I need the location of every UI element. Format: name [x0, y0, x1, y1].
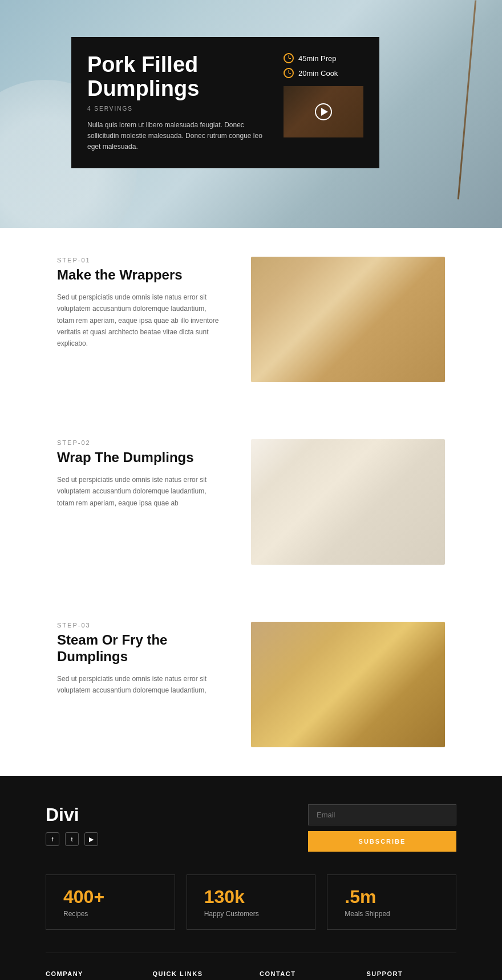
footer-logo: Divi	[46, 804, 98, 825]
twitter-icon[interactable]: t	[65, 832, 79, 846]
footer-links: COMPANY About Us Privacy Policy Terms & …	[46, 953, 456, 980]
step-2-row: STEP-02 Wrap The Dumplings Sed ut perspi…	[0, 411, 502, 593]
stat-recipes: 400+ Recipes	[46, 874, 175, 930]
step-3-title: Steam Or Fry the Dumplings	[57, 632, 222, 665]
stat-meals-number: .5m	[345, 886, 439, 908]
steps-section: STEP-01 Make the Wrappers Sed ut perspic…	[0, 228, 502, 776]
hero-card-right: 45min Prep 20min Cook	[284, 53, 363, 152]
hero-card-left: Pork Filled Dumplings 4 SERVINGS Nulla q…	[87, 53, 272, 152]
step-1-text: STEP-01 Make the Wrappers Sed ut perspic…	[57, 257, 228, 350]
footer-col-contact: CONTACT info@divimeals.com (434)-235-231…	[260, 970, 350, 980]
step-3-image	[251, 622, 445, 747]
footer-col-quicklinks: QUICK LINKS Home About Meal Kits Contact	[153, 970, 243, 980]
footer-social: f t ▶	[46, 832, 98, 846]
hero-prep-time: 45min Prep	[284, 53, 363, 63]
footer: Divi f t ▶ SUBSCRIBE 400+ Recipes 130k H…	[0, 776, 502, 980]
step-2-text: STEP-02 Wrap The Dumplings Sed ut perspi…	[57, 439, 228, 509]
footer-col-support: SUPPORT Damaged kit Lost Kit Extra charg…	[367, 970, 457, 980]
step-2-image-placeholder	[251, 439, 445, 565]
hero-section: Pork Filled Dumplings 4 SERVINGS Nulla q…	[0, 0, 502, 228]
stat-customers-label: Happy Customers	[204, 910, 298, 918]
step-1-label: STEP-01	[57, 257, 222, 264]
footer-col-company: COMPANY About Us Privacy Policy Terms & …	[46, 970, 136, 980]
youtube-icon[interactable]: ▶	[84, 832, 98, 846]
clock-icon-2	[284, 68, 294, 78]
stat-recipes-number: 400+	[63, 886, 157, 908]
facebook-icon[interactable]: f	[46, 832, 59, 846]
step-1-image	[251, 257, 445, 382]
prep-time-label: 45min Prep	[298, 54, 336, 63]
footer-contact-title: CONTACT	[260, 970, 350, 977]
step-1-description: Sed ut perspiciatis unde omnis iste natu…	[57, 291, 222, 350]
footer-newsletter: SUBSCRIBE	[308, 804, 456, 852]
clock-icon	[284, 53, 294, 63]
step-2-label: STEP-02	[57, 439, 222, 446]
footer-support-title: SUPPORT	[367, 970, 457, 977]
step-1-title: Make the Wrappers	[57, 267, 222, 284]
step-1-image-placeholder	[251, 257, 445, 382]
step-3-label: STEP-03	[57, 622, 222, 629]
stat-customers-number: 130k	[204, 886, 298, 908]
footer-stats: 400+ Recipes 130k Happy Customers .5m Me…	[46, 874, 456, 930]
hero-cook-time: 20min Cook	[284, 68, 363, 78]
subscribe-button[interactable]: SUBSCRIBE	[308, 831, 456, 852]
footer-brand: Divi f t ▶	[46, 804, 98, 846]
step-2-title: Wrap The Dumplings	[57, 449, 222, 466]
step-2-image	[251, 439, 445, 565]
play-icon	[321, 108, 328, 116]
email-input[interactable]	[308, 804, 456, 825]
stat-meals-label: Meals Shipped	[345, 910, 439, 918]
stat-meals: .5m Meals Shipped	[327, 874, 456, 930]
hero-card: Pork Filled Dumplings 4 SERVINGS Nulla q…	[71, 37, 379, 168]
cook-time-label: 20min Cook	[298, 69, 338, 78]
hero-servings: 4 SERVINGS	[87, 106, 272, 112]
hero-description: Nulla quis lorem ut libero malesuada feu…	[87, 120, 272, 153]
footer-top: Divi f t ▶ SUBSCRIBE	[46, 804, 456, 852]
play-button[interactable]	[315, 103, 332, 120]
step-3-text: STEP-03 Steam Or Fry the Dumplings Sed u…	[57, 622, 228, 696]
footer-company-title: COMPANY	[46, 970, 136, 977]
stat-recipes-label: Recipes	[63, 910, 157, 918]
hero-video-thumbnail[interactable]	[284, 86, 363, 137]
step-3-description: Sed ut perspiciatis unde omnis iste natu…	[57, 673, 222, 696]
footer-quicklinks-title: QUICK LINKS	[153, 970, 243, 977]
step-3-image-placeholder	[251, 622, 445, 747]
step-3-row: STEP-03 Steam Or Fry the Dumplings Sed u…	[0, 593, 502, 776]
hero-title: Pork Filled Dumplings	[87, 53, 272, 101]
step-1-row: STEP-01 Make the Wrappers Sed ut perspic…	[0, 228, 502, 411]
step-2-description: Sed ut perspiciatis unde omnis iste natu…	[57, 474, 222, 509]
stat-customers: 130k Happy Customers	[187, 874, 316, 930]
